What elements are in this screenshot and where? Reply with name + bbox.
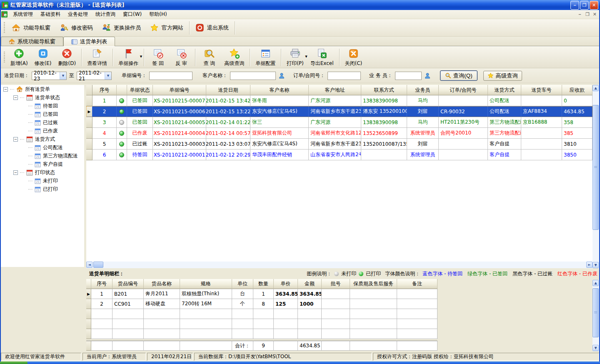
toolbar-button-6[interactable]: 单据操作▼ xyxy=(115,47,142,67)
toolbar-button-9[interactable]: 反 审 xyxy=(170,47,193,67)
detail-column-header-6[interactable]: 单价 xyxy=(274,279,298,289)
detail-column-header-1[interactable]: 货品编号 xyxy=(112,279,144,289)
table-row[interactable]: 5已过账XS-20110213-000032011-02-13 03:07东安汽… xyxy=(86,139,592,150)
bill-no-input[interactable] xyxy=(149,72,192,80)
customer-picker-icon[interactable] xyxy=(278,72,285,79)
tree-leaf-2-1[interactable]: 21已打印 xyxy=(1,185,84,193)
v-scrollbar[interactable]: ▲ ▼ xyxy=(592,85,599,268)
column-header-5[interactable]: 客户名称 xyxy=(250,85,309,95)
mdi-minimize-button[interactable]: － xyxy=(578,11,582,17)
toolbar-button-16[interactable]: 打印(P)▼ xyxy=(283,47,307,67)
table-row[interactable]: 1已签回XS-20110215-000072011-02-15 13:42张冬雨… xyxy=(86,95,592,106)
toolbar-button-19[interactable]: 关闭(C) xyxy=(342,47,366,67)
scroll-up-icon[interactable]: ▲ xyxy=(592,85,599,91)
tree-group-2[interactable]: −打印状态 xyxy=(1,168,84,177)
salesman-picker-icon[interactable] xyxy=(424,72,431,79)
tree-leaf-2-0[interactable]: 21未打印 xyxy=(1,177,84,185)
toolbar-button-14[interactable]: 单据配置 xyxy=(252,47,279,67)
detail-row[interactable]: 2CC901移动硬盘7200转 16M个81251000 xyxy=(86,299,438,309)
detail-column-header-2[interactable]: 货品名称 xyxy=(144,279,180,289)
table-row[interactable]: ▶2已签回XS-20110215-000062011-02-15 13:22东安… xyxy=(86,106,592,117)
toolbar-button-12[interactable]: 高级查询 xyxy=(221,47,248,67)
topbar-button-0[interactable]: 功能导航窗 xyxy=(7,21,55,35)
start-button[interactable] xyxy=(0,362,28,364)
detail-scrollbar-thumb[interactable] xyxy=(592,288,599,337)
toolbar-button-11[interactable]: 查 询 xyxy=(198,47,221,67)
detail-v-scrollbar[interactable]: ▲ ▼ xyxy=(592,280,599,351)
detail-column-header-3[interactable]: 规格 xyxy=(180,279,232,289)
scroll-down-icon[interactable]: ▼ xyxy=(592,262,599,268)
column-header-1[interactable] xyxy=(117,85,127,95)
scroll-down-icon[interactable]: ▼ xyxy=(592,345,599,351)
column-header-12[interactable]: 应收款 xyxy=(562,85,592,95)
detail-row[interactable]: 合计：94634.85 xyxy=(86,341,438,351)
tree-leaf-0-3[interactable]: 21已作废 xyxy=(1,127,84,135)
detail-row[interactable] xyxy=(86,309,438,319)
column-header-6[interactable]: 客户地址 xyxy=(309,85,361,95)
scroll-up-icon[interactable]: ▲ xyxy=(592,280,599,286)
h-scrollbar[interactable]: ◄ ► xyxy=(86,262,592,268)
detail-column-header-5[interactable]: 数量 xyxy=(253,279,274,289)
query-button[interactable]: 查询(Q) xyxy=(440,70,478,81)
topbar-button-1[interactable]: 修改密码 xyxy=(55,21,98,35)
column-header-7[interactable]: 联系方式 xyxy=(361,85,407,95)
tree-leaf-1-2[interactable]: 21客户自提 xyxy=(1,160,84,168)
detail-column-header-0[interactable]: 序号 xyxy=(91,279,112,289)
h-scrollbar-thumb[interactable] xyxy=(93,262,103,268)
menu-item-2[interactable]: 业务处理 xyxy=(64,10,92,19)
menu-item-3[interactable]: 统计查询 xyxy=(92,10,119,19)
scroll-right-icon[interactable]: ► xyxy=(586,262,592,268)
detail-column-header-7[interactable]: 金额 xyxy=(298,279,322,289)
tree-collapse-icon[interactable]: − xyxy=(13,170,18,175)
detail-column-header-4[interactable]: 单位 xyxy=(232,279,253,289)
topbar-button-2[interactable]: 更换操作员 xyxy=(98,21,145,35)
column-header-0[interactable]: 序号 xyxy=(92,85,117,95)
tab-1[interactable]: 送货单列表 xyxy=(63,37,115,46)
column-header-8[interactable]: 业务员 xyxy=(407,85,439,95)
table-row[interactable]: 6待签回XS-20110212-000012011-02-12 20:29华茂丰… xyxy=(86,150,592,160)
tree-root[interactable]: −所有送货单 xyxy=(1,85,84,93)
menu-item-0[interactable]: 系统管理 xyxy=(9,10,37,19)
detail-column-header-9[interactable]: 保质期及售后服务 xyxy=(350,279,397,289)
close-button[interactable]: ✕ xyxy=(590,1,598,10)
v-scrollbar-thumb[interactable] xyxy=(592,105,599,230)
tree-leaf-0-1[interactable]: 21已签回 xyxy=(1,110,84,118)
toolbar-button-1[interactable]: 修改(E) xyxy=(31,47,55,67)
detail-row[interactable] xyxy=(86,319,438,329)
tree-collapse-icon[interactable]: − xyxy=(3,87,8,92)
detail-column-header-8[interactable]: 批号 xyxy=(322,279,350,289)
tree-group-1[interactable]: −送货方式 xyxy=(1,135,84,143)
date-from-combo[interactable]: 2010-12-23 ▼ xyxy=(32,72,67,80)
restore-button[interactable]: ❐ xyxy=(580,1,589,10)
advanced-query-button[interactable]: 高级查询 xyxy=(483,71,522,81)
topbar-button-3[interactable]: 官方网站 xyxy=(145,21,188,35)
column-header-2[interactable]: 单据状态 xyxy=(127,85,153,95)
tree-collapse-icon[interactable]: − xyxy=(13,95,18,100)
column-header-10[interactable]: 送货方式 xyxy=(488,85,521,95)
column-header-11[interactable]: 送货车号 xyxy=(521,85,562,95)
mdi-close-button[interactable]: ✕ xyxy=(593,12,597,17)
column-header-3[interactable]: 单据编号 xyxy=(153,85,206,95)
chevron-down-icon[interactable]: ▼ xyxy=(60,72,66,80)
detail-column-header-10[interactable]: 备注 xyxy=(397,279,438,289)
detail-row[interactable]: ▶1B201奔月2011双核独显(Think)台13634.853634.85 xyxy=(86,289,438,299)
toolbar-button-0[interactable]: 新增(A) xyxy=(7,47,31,67)
menu-item-1[interactable]: 基础资料 xyxy=(37,10,64,19)
tree-group-0[interactable]: −送货单状态 xyxy=(1,93,84,102)
tree-leaf-1-1[interactable]: 21第三方物流配送 xyxy=(1,152,84,160)
tree-collapse-icon[interactable]: − xyxy=(13,137,18,142)
tab-0[interactable]: 系统功能导航窗 xyxy=(1,37,63,46)
column-header-9[interactable]: 订单/合同号 xyxy=(439,85,488,95)
column-header-4[interactable]: 送货日期 xyxy=(206,85,250,95)
tree-leaf-0-2[interactable]: 21已过账 xyxy=(1,118,84,127)
topbar-button-5[interactable]: 退出系统 xyxy=(191,21,233,35)
toolbar-button-2[interactable]: 删除(D) xyxy=(55,47,80,67)
tree-leaf-1-0[interactable]: 21公司配送 xyxy=(1,143,84,152)
tree-leaf-0-0[interactable]: 21待签回 xyxy=(1,102,84,110)
minimize-button[interactable]: － xyxy=(570,1,579,10)
table-row[interactable]: 4已作废XS-20110214-000042011-02-14 00:57亚拓科… xyxy=(86,128,592,139)
date-to-combo[interactable]: 2011-02-21 ▼ xyxy=(77,72,112,80)
toolbar-button-8[interactable]: 签 回 xyxy=(146,47,170,67)
mdi-restore-button[interactable]: ❐ xyxy=(585,12,590,17)
order-input[interactable] xyxy=(328,72,361,80)
